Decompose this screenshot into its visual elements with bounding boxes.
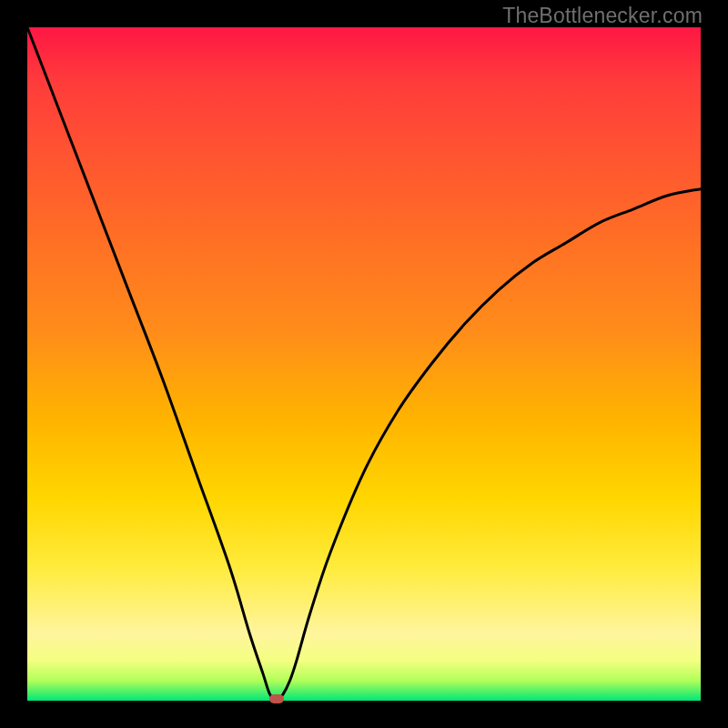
curve-svg	[27, 27, 701, 701]
chart-container: TheBottlenecker.com	[0, 0, 728, 728]
bottleneck-curve	[27, 27, 701, 701]
plot-area	[27, 27, 701, 701]
watermark-text: TheBottlenecker.com	[502, 4, 703, 28]
optimal-point-marker	[269, 694, 284, 703]
